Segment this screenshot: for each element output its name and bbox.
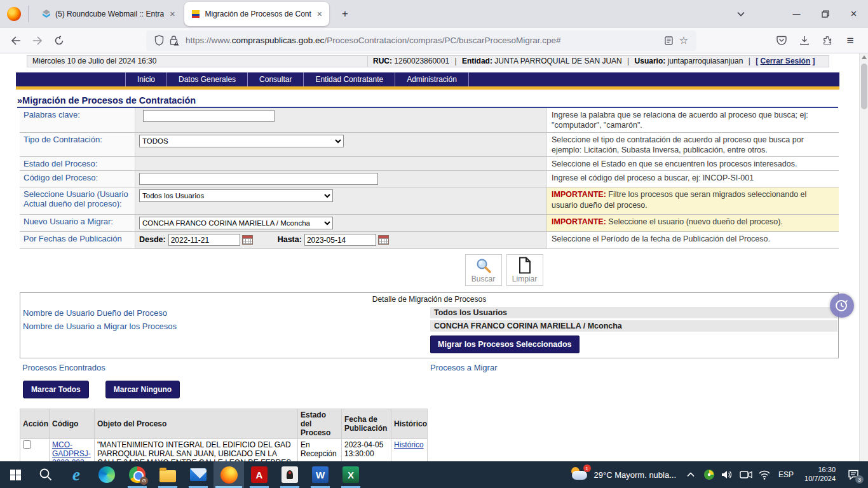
historico-link[interactable]: Histórico — [394, 440, 424, 449]
usuario-label: Usuario: — [635, 57, 666, 65]
tab-roundcube-webmail[interactable]: (5) Roundcube Webmail :: Entra × — [35, 3, 182, 25]
forward-button-icon[interactable] — [28, 31, 47, 50]
tab-close-icon[interactable]: × — [315, 9, 324, 19]
page-topbar: Miércoles 10 de Julio del 2024 16:30 RUC… — [27, 55, 868, 67]
reload-button-icon[interactable] — [50, 31, 69, 50]
taskbar-acrobat[interactable]: A — [244, 461, 275, 488]
firefox-icon — [220, 466, 238, 484]
reader-view-icon[interactable] — [661, 33, 676, 48]
calendar-icon[interactable] — [378, 235, 389, 245]
taskbar-weather[interactable]: 1 29°C Mayorm. nubla... — [570, 467, 684, 482]
page-content: Miércoles 10 de Julio del 2024 16:30 RUC… — [0, 53, 868, 461]
maximize-button[interactable] — [811, 0, 839, 28]
nav-item-datos-generales[interactable]: Datos Generales — [167, 72, 248, 86]
url-text[interactable]: https://www.compraspublicas.gob.ec/Proce… — [186, 36, 661, 45]
tray-clock[interactable]: 16:30 10/7/2024 — [801, 466, 839, 484]
nav-item-entidad-contratante[interactable]: Entidad Contratante — [304, 72, 395, 86]
header-codigo: Código — [50, 409, 95, 439]
codigo-proceso-label: Código del Proceso: — [20, 171, 135, 187]
usuario-value: juntaparroquiasanjuan — [668, 57, 743, 65]
taskbar-firefox[interactable] — [214, 461, 244, 488]
search-form: Palabras clave: Ingrese la palabra que s… — [20, 108, 839, 249]
new-tab-button[interactable]: + — [337, 6, 353, 22]
main-navbar: Inicio Datos Generales Consultar Entidad… — [16, 72, 839, 86]
tray-wifi-icon[interactable] — [757, 465, 771, 484]
extensions-puzzle-icon[interactable] — [816, 27, 839, 55]
toolbar-extension-icons: ≡ — [770, 27, 862, 55]
hamburger-menu-icon[interactable]: ≡ — [839, 27, 862, 55]
vertical-scrollbar[interactable] — [859, 53, 868, 461]
estado-proceso-empty-cell — [135, 157, 546, 170]
acrobat-icon: A — [251, 466, 268, 483]
tab-migracion-procesos[interactable]: Migración de Procesos de Cont × — [184, 2, 329, 26]
row-select-checkbox[interactable] — [23, 440, 31, 449]
lock-warning-icon[interactable] — [166, 33, 182, 48]
tray-chevron-up-icon[interactable] — [684, 465, 698, 484]
firefox-app-icon — [0, 0, 28, 28]
calendar-icon[interactable] — [242, 235, 253, 245]
marcar-todos-button[interactable]: Marcar Todos — [23, 381, 89, 398]
desde-input[interactable] — [168, 234, 240, 246]
results-table: Acción Código Objeto del Proceso Estado … — [20, 409, 428, 461]
scrollbar-thumb[interactable] — [861, 64, 867, 109]
floating-clock-widget[interactable] — [830, 294, 854, 318]
titlebar-divider — [28, 6, 29, 22]
usuario-actual-select[interactable]: Todos los Usuarios — [139, 189, 333, 202]
url-path: /ProcesoContratacion/compras/PC/buscarPr… — [324, 36, 560, 45]
fechas-publicacion-label: Por Fechas de Publicación — [20, 232, 135, 248]
taskbar-file-explorer[interactable] — [153, 461, 183, 488]
taskbar-java-app[interactable] — [275, 461, 305, 488]
separator: | — [454, 57, 456, 65]
pocket-icon[interactable] — [770, 27, 793, 55]
marcar-ninguno-button[interactable]: Marcar Ninguno — [105, 381, 180, 398]
limpiar-button[interactable]: Limpiar — [506, 254, 543, 286]
system-tray: ESP 16:30 10/7/2024 3 — [684, 465, 868, 484]
hasta-input[interactable] — [304, 234, 376, 246]
taskbar-mail[interactable] — [183, 461, 214, 488]
nuevo-usuario-select[interactable]: CONCHA FRANCO CORINA MARIELLA / Mconcha — [139, 217, 333, 229]
taskbar-chrome[interactable]: G — [122, 461, 153, 488]
download-icon[interactable] — [793, 27, 816, 55]
tray-language-indicator[interactable]: ESP — [776, 470, 796, 479]
taskbar-internet-explorer[interactable]: e — [61, 461, 92, 488]
taskbar-search-button[interactable] — [31, 461, 61, 488]
separator: | — [627, 57, 629, 65]
tray-antivirus-icon[interactable] — [702, 465, 716, 484]
taskbar-excel[interactable]: X — [336, 461, 366, 488]
back-button-icon[interactable] — [6, 31, 25, 50]
codigo-proceso-input[interactable] — [139, 173, 378, 185]
nuevo-usuario-help: IMPORTANTE: Seleccione el usuario (nuevo… — [546, 215, 839, 231]
taskbar-edge[interactable] — [92, 461, 122, 488]
tray-meet-now-icon[interactable] — [739, 465, 753, 484]
bookmark-star-icon[interactable]: ☆ — [676, 33, 691, 48]
tipo-contratacion-select[interactable]: TODOS — [139, 135, 344, 147]
hasta-label: Hasta: — [278, 235, 302, 244]
fechas-publicacion-help: Seleccione el Período de la fecha de Pub… — [546, 232, 839, 248]
nav-item-administracion[interactable]: Administración — [395, 72, 469, 86]
buscar-button[interactable]: Buscar — [465, 254, 502, 286]
shield-icon[interactable] — [151, 33, 166, 48]
file-explorer-icon — [159, 470, 176, 482]
roundcube-favicon-icon — [41, 9, 51, 19]
palabras-clave-input[interactable] — [143, 110, 275, 122]
search-icon — [39, 468, 53, 482]
close-window-button[interactable]: × — [839, 0, 868, 28]
logout-link[interactable]: Cerrar Sesión — [761, 57, 811, 65]
proceso-estado: En Recepción — [298, 439, 342, 461]
nav-item-inicio[interactable]: Inicio — [125, 72, 167, 86]
scroll-up-arrow-icon[interactable] — [862, 55, 867, 59]
migrar-procesos-button[interactable]: Migrar los Procesos Seleccionados — [430, 336, 580, 353]
tray-volume-icon[interactable] — [721, 465, 735, 484]
proceso-codigo-link[interactable]: MCO-GADPRSJ-2023-003 — [52, 440, 91, 461]
nav-item-consultar[interactable]: Consultar — [248, 72, 304, 86]
taskbar-word[interactable]: W — [305, 461, 336, 488]
weather-desc: Mayorm. nubla... — [614, 470, 676, 480]
minimize-button[interactable]: — — [782, 0, 811, 28]
action-center-button[interactable]: 3 — [844, 465, 863, 484]
blank-page-icon — [517, 257, 532, 274]
start-button[interactable] — [0, 461, 31, 488]
url-bar[interactable]: https://www.compraspublicas.gob.ec/Proce… — [146, 30, 696, 51]
tab-close-icon[interactable]: × — [168, 9, 177, 19]
tab-list-chevron-icon[interactable] — [730, 0, 752, 28]
ruc-value: 1260023860001 — [394, 57, 449, 65]
